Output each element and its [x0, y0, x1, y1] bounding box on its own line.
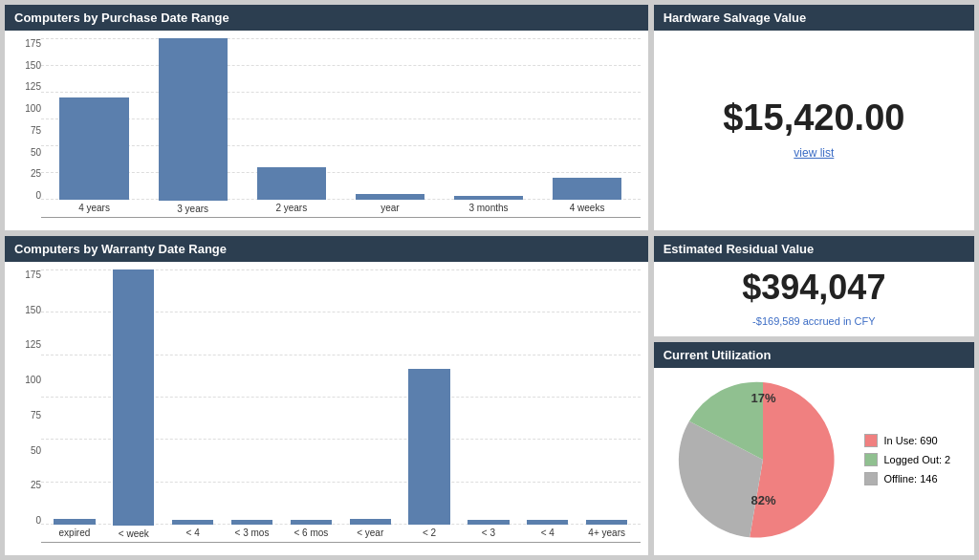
legend-item: Logged Out: 2 [864, 453, 950, 466]
salvage-content: $15,420.00 view list [654, 31, 974, 226]
salvage-value: $15,420.00 [723, 97, 904, 139]
residual-value: $394,047 [742, 268, 885, 308]
bar-label: 4 weeks [570, 203, 605, 217]
y-label: 50 [12, 445, 41, 456]
purchase-chart-content: 1751501251007550250 4 years3 years2 year… [5, 31, 648, 226]
bar [586, 520, 627, 525]
bar-label: 3 months [468, 203, 508, 217]
legend-item: Offline: 146 [864, 472, 950, 485]
legend-color-box [864, 434, 878, 447]
y-label: 100 [12, 375, 41, 385]
bar-label: 4+ years [588, 528, 625, 542]
y-label: 175 [12, 38, 41, 49]
accrued-text: -$169,589 accrued in CFY [752, 315, 875, 327]
purchase-bars: 4 years3 years2 yearsyear3 months4 weeks [41, 38, 641, 218]
bar-label: expired [59, 528, 91, 542]
legend-label: Logged Out: 2 [883, 454, 950, 465]
bar-group: 2 years [242, 38, 340, 217]
bar [59, 97, 128, 200]
bar-group: 4+ years [577, 269, 637, 542]
y-label: 50 [12, 147, 41, 158]
bar-group: 3 months [439, 38, 537, 217]
right-bottom-panels: Estimated Residual Value $394,047 -$169,… [653, 235, 975, 556]
utilization-title: Current Utilization [654, 342, 974, 368]
pie-label-82: 82% [751, 493, 775, 507]
bar-group: < 6 mos [281, 269, 340, 542]
residual-title: Estimated Residual Value [654, 236, 974, 262]
bar-label: < 6 mos [294, 528, 328, 542]
purchase-chart-title: Computers by Purchase Date Range [5, 5, 648, 31]
warranty-bar-chart: 1751501251007550250 expired< week< 4< 3 … [12, 269, 641, 543]
bar [454, 196, 523, 200]
bar-group: < 4 [518, 269, 577, 542]
y-label: 75 [12, 410, 41, 420]
bar-label: < 2 [423, 528, 436, 542]
y-label: 25 [12, 168, 41, 179]
bar [350, 519, 391, 526]
y-label: 100 [12, 103, 41, 114]
bar-group: 3 years [143, 38, 242, 217]
warranty-bars-row: expired< week< 4< 3 mos< 6 mos< year< 2<… [41, 269, 641, 543]
bar [172, 520, 213, 525]
utilization-legend: In Use: 690Logged Out: 2Offline: 146 [864, 434, 950, 485]
utilization-panel: Current Utilization 82% 17% In Use: 690L… [653, 341, 975, 556]
y-label: 125 [12, 339, 41, 350]
purchase-bars-row: 4 years3 years2 yearsyear3 months4 weeks [41, 38, 641, 218]
dashboard: Computers by Purchase Date Range 1751501… [0, 0, 979, 560]
y-label: 150 [12, 305, 41, 315]
warranty-chart-title: Computers by Warranty Date Range [5, 236, 648, 262]
warranty-chart-content: 1751501251007550250 expired< week< 4< 3 … [5, 262, 648, 550]
bar [468, 520, 509, 525]
bar-label: 3 years [177, 204, 208, 217]
bar-group: < 3 [459, 269, 518, 542]
bar-label: < 3 mos [235, 528, 270, 542]
warranty-chart-panel: Computers by Warranty Date Range 1751501… [4, 235, 649, 556]
bar [408, 369, 449, 525]
view-list-link[interactable]: view list [794, 146, 834, 160]
bar-label: < week [119, 528, 149, 543]
bar-label: 2 years [275, 203, 307, 217]
y-label: 175 [12, 269, 41, 280]
residual-panel: Estimated Residual Value $394,047 -$169,… [653, 235, 975, 337]
bar [113, 269, 154, 526]
bar [54, 519, 95, 526]
pie-chart: 82% 17% [677, 374, 849, 546]
purchase-bar-chart: 1751501251007550250 4 years3 years2 year… [12, 38, 641, 218]
salvage-title: Hardware Salvage Value [654, 5, 974, 31]
bar [159, 38, 228, 201]
bar [291, 520, 332, 525]
bar-group: < year [340, 269, 400, 542]
utilization-content: 82% 17% In Use: 690Logged Out: 2Offline:… [654, 368, 974, 550]
bar [231, 520, 272, 525]
pie-label-17: 17% [751, 391, 775, 405]
residual-content: $394,047 -$169,589 accrued in CFY [654, 262, 974, 332]
legend-item: In Use: 690 [864, 434, 950, 447]
y-label: 150 [12, 60, 41, 71]
bar-label: year [381, 203, 399, 217]
bar-group: < 2 [400, 269, 459, 542]
purchase-chart-panel: Computers by Purchase Date Range 1751501… [4, 4, 649, 231]
bar-group: < week [104, 269, 163, 542]
bar-group: 4 weeks [538, 38, 637, 217]
bar-label: < 4 [541, 528, 555, 542]
purchase-y-axis: 1751501251007550250 [12, 38, 41, 218]
bar-label: 4 years [78, 203, 110, 217]
y-label: 25 [12, 480, 41, 490]
legend-color-box [864, 472, 878, 485]
y-label: 0 [12, 515, 41, 526]
bar-group: 4 years [45, 38, 143, 217]
bar-label: < 3 [482, 528, 495, 542]
bar [553, 178, 621, 201]
y-label: 75 [12, 125, 41, 136]
legend-label: Offline: 146 [883, 473, 937, 485]
bar-group: < 4 [163, 269, 223, 542]
bar-group: year [340, 38, 439, 217]
legend-label: In Use: 690 [883, 435, 937, 446]
y-label: 125 [12, 81, 41, 92]
bar-group: < 3 mos [223, 269, 282, 542]
bar [527, 520, 568, 525]
warranty-y-axis: 1751501251007550250 [12, 269, 41, 543]
bar [356, 194, 424, 200]
legend-color-box [864, 453, 878, 466]
bar-label: < 4 [186, 528, 200, 542]
